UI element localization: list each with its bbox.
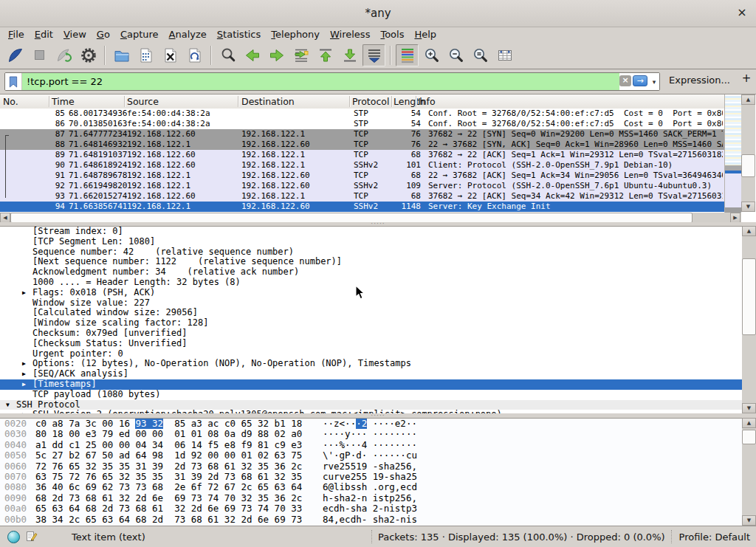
- go-last-packet-icon[interactable]: [338, 44, 361, 66]
- packet-row[interactable]: 8871.648146932192.168.122.1192.168.122.6…: [0, 140, 724, 150]
- detail-line[interactable]: ▶Flags: 0x018 (PSH, ACK): [0, 288, 742, 298]
- packet-row[interactable]: 9471.663856741192.168.122.1192.168.122.6…: [0, 202, 724, 212]
- packet-list-hscroll-thumb[interactable]: [10, 213, 693, 223]
- reload-file-icon[interactable]: [183, 44, 206, 66]
- bytes-scroll-up-icon[interactable]: ▲: [742, 418, 756, 428]
- detail-line[interactable]: TCP payload (1080 bytes): [0, 390, 742, 400]
- detail-line[interactable]: 1000 .... = Header Length: 32 bytes (8): [0, 278, 742, 288]
- zoom-out-icon[interactable]: [444, 44, 467, 66]
- hex-row[interactable]: 0020c0 a8 7a 3c 00 16 93 32 85 a3 ac c0 …: [0, 419, 742, 429]
- menu-item-edit[interactable]: Edit: [30, 27, 58, 41]
- find-packet-icon[interactable]: [216, 44, 239, 66]
- detail-line[interactable]: [Window size scaling factor: 128]: [0, 318, 742, 328]
- detail-line[interactable]: [Checksum Status: Unverified]: [0, 339, 742, 349]
- hex-row[interactable]: 008036 40 6c 69 62 73 73 68 2e 6f 72 67 …: [0, 482, 742, 492]
- close-icon[interactable]: ×: [735, 5, 749, 20]
- packet-row[interactable]: 8670.013850163fe:54:00:d4:38:2aSTP54Conf…: [0, 119, 724, 129]
- menu-item-statistics[interactable]: Statistics: [212, 27, 266, 41]
- display-filter-field[interactable]: × → ▾: [4, 72, 660, 91]
- titlebar[interactable]: *any ×: [0, 0, 756, 27]
- detail-line[interactable]: ▶[Timestamps]: [0, 379, 742, 390]
- colorize-icon[interactable]: [396, 44, 419, 66]
- filter-dropdown-icon[interactable]: ▾: [649, 73, 659, 90]
- packet-row[interactable]: 8568.001734936fe:54:00:d4:38:2aSTP54Conf…: [0, 109, 724, 119]
- capture-options-icon[interactable]: [77, 44, 100, 66]
- bytes-scroll-down-icon[interactable]: ▼: [742, 515, 756, 526]
- hex-row[interactable]: 006072 76 65 32 35 35 31 39 2d 73 68 61 …: [0, 461, 742, 472]
- expand-icon[interactable]: ▶: [22, 288, 26, 298]
- col-time[interactable]: Time: [52, 96, 75, 107]
- detail-line[interactable]: Acknowledgment number: 34 (relative ack …: [0, 267, 742, 278]
- detail-line[interactable]: [Stream index: 0]: [0, 227, 742, 237]
- packet-list-scroll-up-icon[interactable]: ▲: [741, 94, 755, 105]
- packet-list-scroll-left-icon[interactable]: ◀: [0, 213, 10, 223]
- filter-bookmark-icon[interactable]: [5, 73, 22, 90]
- menu-item-telephony[interactable]: Telephony: [266, 27, 325, 41]
- restart-capture-icon[interactable]: [52, 44, 75, 66]
- details-scroll-up-icon[interactable]: ▲: [742, 226, 756, 236]
- details-vscroll-thumb[interactable]: [742, 258, 756, 335]
- expression-button[interactable]: Expression...: [669, 75, 730, 86]
- packet-list-scroll-down-icon[interactable]: ▼: [741, 202, 755, 212]
- packet-list-header[interactable]: No. Time Source Destination Protocol Len…: [0, 94, 741, 109]
- hex-row[interactable]: 00a065 63 64 68 2d 73 68 61 32 2d 6e 69 …: [0, 503, 742, 514]
- capture-comment-icon[interactable]: [26, 531, 38, 543]
- go-to-packet-icon[interactable]: [289, 44, 312, 66]
- bytes-vscroll-thumb[interactable]: [742, 430, 756, 444]
- zoom-in-icon[interactable]: [420, 44, 443, 66]
- expand-icon[interactable]: ▶: [22, 379, 26, 390]
- hex-row[interactable]: 007063 75 72 76 65 32 35 35 31 39 2d 73 …: [0, 472, 742, 482]
- go-back-icon[interactable]: [241, 44, 264, 66]
- detail-line[interactable]: [Calculated window size: 29056]: [0, 308, 742, 318]
- packet-row[interactable]: 9371.662015274192.168.122.60192.168.122.…: [0, 191, 724, 202]
- col-source[interactable]: Source: [127, 96, 159, 107]
- status-profile[interactable]: Profile: Default: [679, 531, 750, 543]
- packet-list-minimap[interactable]: [724, 94, 741, 214]
- menu-item-view[interactable]: View: [58, 27, 92, 41]
- detail-line[interactable]: Urgent pointer: 0: [0, 349, 742, 359]
- packet-list-scroll-right-icon[interactable]: ▶: [730, 213, 740, 223]
- detail-line[interactable]: ▶Options: (12 bytes), No-Operation (NOP)…: [0, 359, 742, 369]
- menu-item-capture[interactable]: Capture: [115, 27, 164, 41]
- auto-scroll-icon[interactable]: [362, 44, 385, 66]
- hex-row[interactable]: 0040a1 dd c1 25 00 00 04 34 06 14 f5 e8 …: [0, 440, 742, 450]
- menu-item-help[interactable]: Help: [409, 27, 441, 41]
- add-filter-button[interactable]: +: [740, 72, 753, 88]
- expert-info-icon[interactable]: [7, 531, 20, 543]
- resize-columns-icon[interactable]: [493, 44, 516, 66]
- detail-line[interactable]: ▶[SEQ/ACK analysis]: [0, 369, 742, 379]
- save-file-icon[interactable]: [134, 44, 157, 66]
- filter-apply-icon[interactable]: →: [633, 75, 647, 86]
- open-file-icon[interactable]: [110, 44, 133, 66]
- stop-capture-icon[interactable]: [28, 44, 51, 66]
- detail-line[interactable]: ▼SSH Protocol: [0, 400, 742, 410]
- zoom-100-icon[interactable]: [469, 44, 492, 66]
- display-filter-input[interactable]: [22, 73, 619, 90]
- detail-line[interactable]: Checksum: 0x79ed [unverified]: [0, 328, 742, 339]
- detail-line[interactable]: [TCP Segment Len: 1080]: [0, 237, 742, 247]
- hex-row[interactable]: 009068 2d 73 68 61 32 2d 6e 69 73 74 70 …: [0, 493, 742, 503]
- detail-line[interactable]: [Next sequence number: 1122 (relative se…: [0, 257, 742, 267]
- packet-row[interactable]: 8771.647777234192.168.122.60192.168.122.…: [0, 129, 724, 140]
- detail-line[interactable]: Window size value: 227: [0, 298, 742, 309]
- packet-row[interactable]: 9171.648789678192.168.122.1192.168.122.6…: [0, 171, 724, 181]
- go-forward-icon[interactable]: [265, 44, 288, 66]
- menu-item-tools[interactable]: Tools: [375, 27, 409, 41]
- menu-item-wireless[interactable]: Wireless: [325, 27, 375, 41]
- expand-icon[interactable]: ▶: [22, 369, 26, 379]
- col-no[interactable]: No.: [3, 96, 18, 107]
- hex-row[interactable]: 003080 18 00 e3 79 ed 00 00 01 01 08 0a …: [0, 429, 742, 439]
- hex-row[interactable]: 00b038 34 2c 65 63 64 68 2d 73 68 61 32 …: [0, 515, 742, 525]
- menu-item-go[interactable]: Go: [92, 27, 115, 41]
- packet-row[interactable]: 8971.648191037192.168.122.60192.168.122.…: [0, 150, 724, 160]
- expand-icon[interactable]: ▶: [22, 359, 26, 369]
- details-scroll-down-icon[interactable]: ▼: [742, 403, 756, 413]
- menu-item-analyze[interactable]: Analyze: [164, 27, 212, 41]
- col-destination[interactable]: Destination: [241, 96, 295, 107]
- packet-row[interactable]: 9271.661949820192.168.122.1192.168.122.6…: [0, 181, 724, 191]
- close-file-icon[interactable]: [159, 44, 182, 66]
- filter-clear-icon[interactable]: ×: [619, 75, 631, 86]
- menu-item-file[interactable]: File: [3, 27, 30, 41]
- packet-row[interactable]: 9071.648618924192.168.122.60192.168.122.…: [0, 160, 724, 171]
- start-capture-icon[interactable]: [4, 44, 27, 66]
